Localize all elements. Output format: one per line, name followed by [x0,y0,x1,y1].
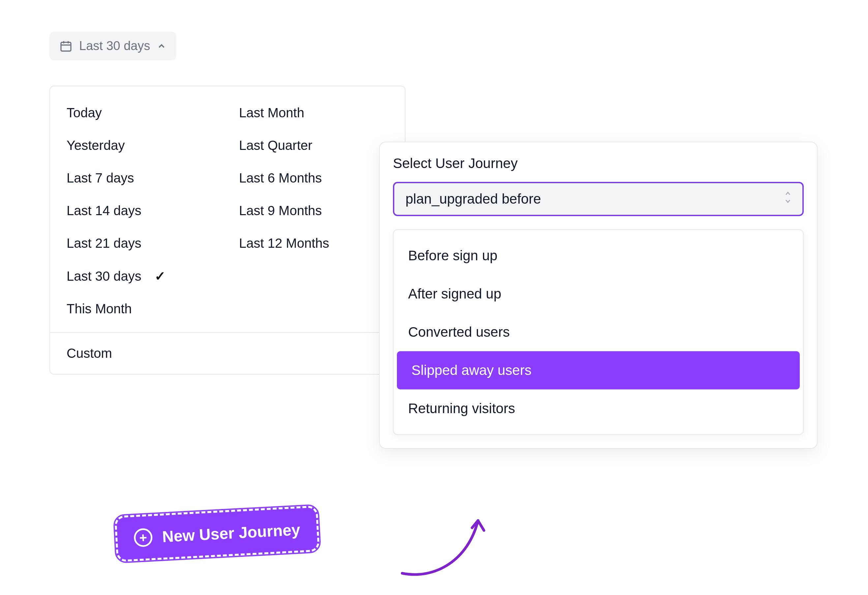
date-range-option[interactable]: Last 7 days [66,165,216,191]
date-range-custom-label: Custom [66,346,112,361]
date-range-panel: TodayYesterdayLast 7 daysLast 14 daysLas… [49,85,406,375]
user-journey-option-label: Before sign up [408,248,497,263]
date-range-col-1: Last MonthLast QuarterLast 6 MonthsLast … [239,100,388,322]
date-range-option[interactable]: Today [66,100,216,126]
user-journey-option-label: After signed up [408,286,502,302]
date-range-option-label: Last 30 days [66,269,142,284]
date-range-option[interactable]: Last 12 Months [239,230,388,257]
date-range-custom[interactable]: Custom [50,333,405,374]
user-journey-option[interactable]: Returning visitors [394,389,803,428]
date-range-option-label: This Month [66,302,132,316]
new-user-journey-label: New User Journey [162,520,301,546]
user-journey-dropdown: Before sign upAfter signed upConverted u… [393,229,804,435]
user-journey-option[interactable]: After signed up [394,275,803,313]
user-journey-option[interactable]: Converted users [394,313,803,351]
date-range-option[interactable]: Last Month [239,100,388,126]
date-range-option-label: Last 14 days [66,203,142,218]
date-range-option[interactable]: Last 6 Months [239,165,388,191]
date-range-option[interactable]: Yesterday [66,132,216,159]
date-range-col-0: TodayYesterdayLast 7 daysLast 14 daysLas… [66,100,216,322]
chevron-up-icon [156,41,167,51]
connector-arrow-icon [396,507,501,586]
date-range-label: Last 30 days [79,39,150,53]
date-range-option-label: Last 12 Months [239,236,329,251]
date-range-option-label: Last Quarter [239,138,312,153]
user-journey-option[interactable]: Slipped away users [397,351,800,389]
check-icon: ✓ [155,268,166,284]
sort-icon [783,191,793,207]
date-range-option-label: Today [66,105,102,120]
date-range-option[interactable]: Last 30 days✓ [66,262,216,290]
user-journey-option-label: Slipped away users [412,362,531,378]
user-journey-option[interactable]: Before sign up [394,237,803,275]
date-range-option[interactable]: Last 9 Months [239,197,388,224]
date-range-option-label: Last Month [239,105,304,120]
svg-rect-0 [61,42,71,51]
plus-circle-icon: + [133,528,153,547]
date-range-trigger[interactable]: Last 30 days [49,32,176,60]
new-user-journey-button[interactable]: + New User Journey [114,505,320,562]
date-range-option-label: Last 7 days [66,171,134,186]
date-range-option-label: Last 9 Months [239,203,322,218]
user-journey-select[interactable]: plan_upgraded before [393,182,804,216]
calendar-icon [59,40,72,53]
date-range-columns: TodayYesterdayLast 7 daysLast 14 daysLas… [50,86,405,333]
user-journey-option-label: Returning visitors [408,401,515,416]
date-range-option-label: Last 21 days [66,236,142,251]
date-range-option-label: Last 6 Months [239,171,322,186]
user-journey-select-value: plan_upgraded before [406,191,541,207]
user-journey-panel: Select User Journey plan_upgraded before… [379,142,818,449]
date-range-option[interactable]: This Month [66,296,216,322]
user-journey-title: Select User Journey [393,156,804,171]
date-range-option-label: Yesterday [66,138,125,153]
date-range-option[interactable]: Last 21 days [66,230,216,257]
date-range-option[interactable]: Last 14 days [66,197,216,224]
user-journey-option-label: Converted users [408,324,510,340]
date-range-option[interactable]: Last Quarter [239,132,388,159]
